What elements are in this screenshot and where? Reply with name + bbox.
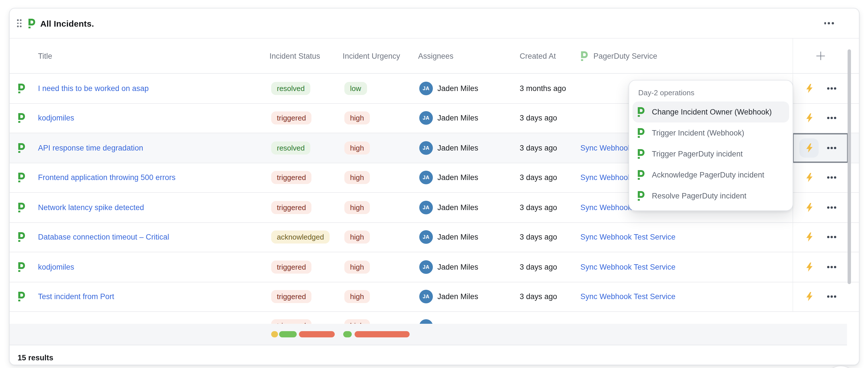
menu-item[interactable]: Resolve PagerDuty incident bbox=[632, 186, 789, 206]
row-actions-cell bbox=[793, 133, 848, 163]
lightning-bolt-icon bbox=[805, 263, 813, 272]
avatar: JA bbox=[419, 290, 433, 304]
assignee-name: Jaden Miles bbox=[437, 233, 478, 241]
column-header-title[interactable]: Title bbox=[38, 52, 52, 60]
status-badge: acknowledged bbox=[271, 231, 330, 244]
pagerduty-logo-icon bbox=[18, 232, 25, 242]
menu-item[interactable]: Change Incident Owner (Webhook) bbox=[632, 101, 789, 123]
row-menu-button[interactable] bbox=[826, 85, 837, 92]
run-action-button[interactable] bbox=[799, 198, 819, 217]
menu-item[interactable]: Trigger Incident (Webhook) bbox=[632, 123, 789, 143]
row-actions-cell bbox=[793, 252, 848, 281]
table-row[interactable]: Test incident from Port triggered high J… bbox=[10, 282, 859, 312]
assignee-name: Jaden Miles bbox=[437, 173, 478, 182]
pagerduty-logo-icon bbox=[18, 83, 25, 93]
run-action-button[interactable] bbox=[799, 168, 819, 188]
urgency-badge: high bbox=[344, 290, 370, 303]
menu-group-label: Day-2 operations bbox=[629, 85, 793, 101]
menu-item-label: Acknowledge PagerDuty incident bbox=[652, 171, 764, 179]
floating-widget-button[interactable] bbox=[824, 366, 858, 368]
row-actions-cell bbox=[793, 163, 848, 192]
widget-header: All Incidents. bbox=[10, 8, 859, 38]
results-count: 15 results bbox=[18, 354, 53, 362]
urgency-badge: high bbox=[344, 319, 370, 324]
run-action-button[interactable] bbox=[799, 287, 819, 306]
menu-item[interactable]: Trigger PagerDuty incident bbox=[632, 143, 789, 164]
menu-item-label: Resolve PagerDuty incident bbox=[652, 192, 746, 200]
assignee-name: Jaden Miles bbox=[437, 203, 478, 212]
incident-title-link[interactable]: Database connection timeout – Critical bbox=[38, 233, 169, 241]
created-at: 3 days ago bbox=[520, 173, 557, 182]
table-row-partial: triggered high JA bbox=[10, 312, 859, 324]
plus-icon bbox=[816, 52, 825, 60]
column-header-assignees[interactable]: Assignees bbox=[418, 52, 454, 60]
row-menu-button[interactable] bbox=[826, 114, 837, 122]
menu-items: Change Incident Owner (Webhook) Trigger … bbox=[629, 101, 793, 206]
widget-menu-button[interactable] bbox=[823, 19, 835, 28]
created-at: 3 days ago bbox=[520, 293, 557, 301]
status-badge: resolved bbox=[271, 141, 310, 155]
avatar: JA bbox=[419, 82, 433, 95]
row-actions-cell bbox=[793, 103, 848, 133]
status-badge: resolved bbox=[271, 82, 310, 95]
avatar: JA bbox=[419, 141, 433, 155]
row-menu-button[interactable] bbox=[826, 144, 837, 152]
row-menu-button[interactable] bbox=[826, 263, 837, 271]
urgency-badge: high bbox=[344, 261, 370, 274]
table-row[interactable]: kodjomiles triggered high JA Jaden Miles… bbox=[10, 252, 859, 282]
avatar: JA bbox=[419, 171, 433, 185]
row-menu-button[interactable] bbox=[826, 204, 837, 211]
run-action-button[interactable] bbox=[799, 258, 819, 277]
incident-title-link[interactable]: I need this to be worked on asap bbox=[38, 84, 149, 93]
run-action-button[interactable] bbox=[799, 79, 819, 98]
avatar: JA bbox=[419, 111, 433, 125]
created-at: 3 days ago bbox=[520, 263, 557, 271]
row-actions-cell bbox=[793, 223, 848, 252]
add-column-button[interactable] bbox=[793, 39, 848, 73]
lightning-bolt-icon bbox=[805, 114, 813, 123]
row-menu-button[interactable] bbox=[826, 233, 837, 241]
pagerduty-logo-icon bbox=[580, 51, 588, 61]
run-action-button[interactable] bbox=[799, 109, 819, 128]
lightning-bolt-icon bbox=[805, 203, 813, 212]
summary-pill bbox=[271, 331, 278, 337]
row-menu-button[interactable] bbox=[826, 174, 837, 181]
table-row[interactable]: Database connection timeout – Critical a… bbox=[10, 223, 859, 252]
column-header-urgency[interactable]: Incident Urgency bbox=[343, 52, 400, 60]
avatar: JA bbox=[419, 319, 433, 324]
menu-item[interactable]: Acknowledge PagerDuty incident bbox=[632, 164, 789, 186]
drag-handle-icon[interactable] bbox=[15, 17, 24, 30]
incident-title-link[interactable]: Test incident from Port bbox=[38, 293, 114, 301]
incident-title-link[interactable]: Frontend application throwing 500 errors bbox=[38, 173, 176, 182]
pagerduty-service-link[interactable]: Sync Webhook Test Service bbox=[580, 263, 675, 271]
row-actions-cell bbox=[793, 74, 848, 103]
urgency-badge: high bbox=[344, 201, 370, 214]
run-action-button[interactable] bbox=[799, 228, 819, 247]
incident-title-link[interactable]: API response time degradation bbox=[38, 144, 143, 152]
page: All Incidents. Title Incident Status Inc… bbox=[0, 0, 868, 368]
incident-title-link[interactable]: kodjomiles bbox=[38, 114, 74, 123]
pagerduty-logo-icon bbox=[18, 173, 25, 182]
column-header-service[interactable]: PagerDuty Service bbox=[580, 51, 657, 61]
assignee-name: Jaden Miles bbox=[437, 144, 478, 152]
avatar: JA bbox=[419, 201, 433, 214]
status-badge: triggered bbox=[271, 261, 312, 274]
column-header-created[interactable]: Created At bbox=[520, 52, 556, 60]
run-action-button[interactable] bbox=[799, 138, 819, 158]
incident-title-link[interactable]: Network latency spike detected bbox=[38, 203, 144, 212]
menu-item-label: Trigger Incident (Webhook) bbox=[652, 129, 744, 137]
pagerduty-service-link[interactable]: Sync Webhook Test Service bbox=[580, 233, 675, 241]
pagerduty-logo-icon bbox=[18, 113, 25, 123]
incident-title-link[interactable]: kodjomiles bbox=[38, 263, 74, 271]
column-header-status[interactable]: Incident Status bbox=[270, 52, 320, 60]
row-menu-button[interactable] bbox=[826, 293, 837, 301]
status-badge: triggered bbox=[271, 290, 312, 303]
summary-pill bbox=[299, 331, 335, 337]
vertical-scrollbar[interactable] bbox=[847, 49, 851, 284]
urgency-badge: high bbox=[344, 112, 370, 125]
pagerduty-service-link[interactable]: Sync Webhook Test Service bbox=[580, 293, 675, 301]
created-at: 3 months ago bbox=[520, 84, 566, 93]
menu-item-label: Change Incident Owner (Webhook) bbox=[652, 108, 772, 116]
lightning-bolt-icon bbox=[805, 84, 813, 93]
assignee-name: Jaden Miles bbox=[437, 84, 478, 93]
